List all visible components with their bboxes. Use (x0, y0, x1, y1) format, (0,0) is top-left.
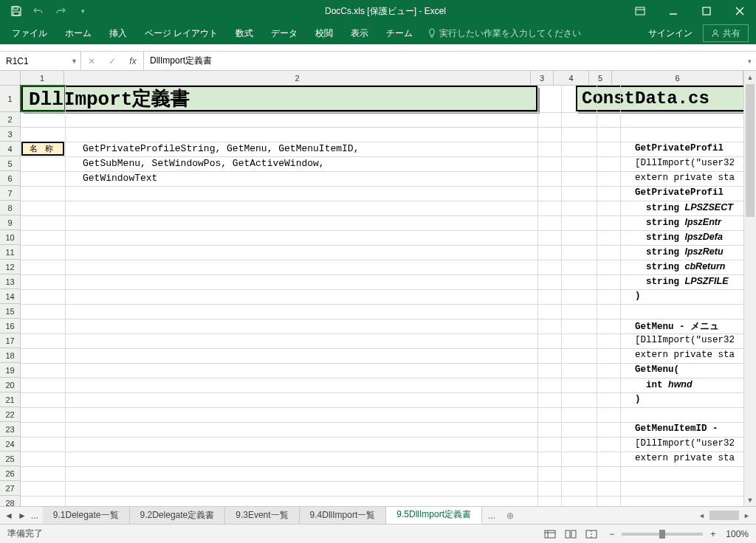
sheet-tab[interactable]: 9.2Delegate定義書 (130, 507, 226, 524)
tab-home[interactable]: ホーム (56, 22, 100, 44)
row-header[interactable]: 13 (0, 274, 20, 289)
zoom-handle[interactable] (659, 530, 665, 539)
scroll-up-icon[interactable]: ▲ (744, 71, 756, 83)
row-header[interactable]: 3 (0, 127, 20, 142)
undo-icon[interactable] (30, 2, 47, 20)
row-header[interactable]: 26 (0, 466, 20, 481)
title-cell-main[interactable]: DllImport定義書 (21, 86, 537, 111)
column-header[interactable]: 1 (21, 71, 64, 85)
row-header[interactable]: 2 (0, 112, 20, 127)
row-header[interactable]: 20 (0, 378, 20, 392)
tab-formulas[interactable]: 数式 (227, 22, 262, 44)
view-normal-icon[interactable] (540, 527, 560, 542)
row-header[interactable]: 16 (0, 319, 20, 333)
formula-input[interactable]: DllImport定義書 ▾ (144, 52, 756, 70)
content-text[interactable]: GetSubMenu, SetWindowPos, GetActiveWindo… (83, 158, 325, 169)
sheet-more-left[interactable]: ... (31, 511, 38, 521)
code-text[interactable]: string lpszDefa (635, 232, 723, 243)
code-text[interactable]: string lpszEntr (635, 217, 721, 228)
code-text[interactable]: int hwnd (635, 379, 693, 390)
code-text[interactable]: GetMenu( (635, 364, 679, 375)
row-header[interactable]: 4 (0, 142, 20, 156)
tell-me-search[interactable]: 実行したい作業を入力してください (427, 22, 581, 44)
tab-team[interactable]: チーム (377, 22, 422, 44)
row-header[interactable]: 17 (0, 333, 20, 348)
sheet-tab[interactable]: 9.4DllImport一覧 (300, 507, 387, 524)
row-header[interactable]: 15 (0, 304, 20, 319)
column-header[interactable]: 6 (612, 71, 743, 85)
row-header[interactable]: 25 (0, 452, 20, 466)
code-text[interactable]: ) (635, 394, 641, 404)
row-header[interactable]: 28 (0, 496, 20, 506)
tab-insert[interactable]: 挿入 (100, 22, 136, 44)
row-header[interactable]: 12 (0, 260, 20, 274)
tab-file[interactable]: ファイル (3, 22, 56, 44)
maximize-icon[interactable] (690, 0, 723, 22)
code-text[interactable]: GetMenuItemID - (635, 423, 718, 434)
save-icon[interactable] (7, 2, 25, 20)
vertical-scrollbar[interactable]: ▲ ▼ (743, 71, 756, 506)
code-text[interactable]: GetMenu - メニュ (635, 320, 719, 333)
row-header[interactable]: 27 (0, 481, 20, 496)
row-header[interactable]: 1 (0, 86, 20, 112)
row-header[interactable]: 14 (0, 289, 20, 304)
column-headers[interactable]: 123456 (21, 71, 743, 86)
qat-dropdown-icon[interactable]: ▾ (74, 2, 92, 20)
scrollbar-thumb[interactable] (746, 84, 755, 217)
select-all-corner[interactable] (0, 71, 21, 86)
ribbon-display-icon[interactable] (623, 0, 656, 22)
column-header[interactable]: 5 (589, 71, 613, 85)
hscroll-thumb[interactable] (709, 511, 739, 520)
hscroll-right-icon[interactable]: ► (740, 512, 753, 519)
sheet-tab[interactable]: 9.5DllImport定義書 (386, 507, 482, 524)
code-text[interactable]: string LPSZSECT (635, 202, 733, 213)
sheet-tab[interactable]: 9.1Delegate一覧 (43, 507, 130, 524)
row-header[interactable]: 19 (0, 363, 20, 378)
code-text[interactable]: string lpszRetu (635, 246, 724, 257)
code-text[interactable]: extern private sta (635, 173, 735, 183)
redo-icon[interactable] (52, 2, 69, 20)
code-text[interactable]: [DllImport("user32 (635, 335, 735, 345)
title-cell-right[interactable]: ConstData.cs (576, 86, 756, 111)
column-header[interactable]: 4 (554, 71, 588, 85)
cells-area[interactable]: DllImport定義書 ConstData.cs 名 称GetPrivateP… (21, 86, 743, 506)
scroll-down-icon[interactable]: ▼ (744, 494, 756, 506)
sheet-first-icon[interactable]: ◄ (4, 511, 13, 521)
row-header[interactable]: 18 (0, 348, 20, 363)
code-text[interactable]: [DllImport("user32 (635, 438, 735, 449)
row-header[interactable]: 11 (0, 245, 20, 260)
row-header[interactable]: 5 (0, 156, 20, 171)
signin-link[interactable]: サインイン (638, 22, 703, 44)
code-text[interactable]: string cbReturn (635, 261, 725, 272)
zoom-in-icon[interactable]: + (710, 529, 715, 539)
content-text[interactable]: GetWindowText (83, 173, 157, 184)
zoom-out-icon[interactable]: − (609, 529, 614, 539)
enter-formula-icon[interactable]: ✓ (102, 56, 123, 66)
sheet-prev-icon[interactable]: ► (18, 511, 27, 521)
sheet-tab[interactable]: 9.3Event一覧 (225, 507, 299, 524)
horizontal-scrollbar[interactable]: ◄ ► (519, 507, 756, 524)
chevron-down-icon[interactable]: ▼ (71, 58, 78, 65)
sheet-more-right[interactable]: ... (482, 507, 501, 524)
close-icon[interactable] (723, 0, 756, 22)
content-text[interactable]: GetPrivateProfileString, GetMenu, GetMen… (83, 143, 359, 154)
code-text[interactable]: extern private sta (635, 350, 735, 360)
tab-review[interactable]: 校閲 (306, 22, 342, 44)
label-name-cell[interactable]: 名 称 (21, 142, 64, 156)
expand-formula-icon[interactable]: ▾ (748, 58, 752, 65)
row-headers[interactable]: 1234567891011121314151617181920212223242… (0, 86, 21, 506)
row-header[interactable]: 7 (0, 186, 20, 201)
tab-view[interactable]: 表示 (342, 22, 377, 44)
column-header[interactable]: 2 (64, 71, 531, 85)
hscroll-left-icon[interactable]: ◄ (695, 512, 708, 519)
zoom-slider[interactable] (622, 533, 703, 536)
row-header[interactable]: 21 (0, 392, 20, 407)
row-header[interactable]: 9 (0, 215, 20, 230)
row-header[interactable]: 6 (0, 171, 20, 186)
tab-pagelayout[interactable]: ページ レイアウト (136, 22, 227, 44)
zoom-level[interactable]: 100% (726, 529, 749, 539)
row-header[interactable]: 8 (0, 201, 20, 215)
view-pagebreak-icon[interactable] (582, 527, 601, 542)
code-text[interactable]: ) (635, 291, 641, 301)
code-text[interactable]: string LPSZFILE (635, 276, 729, 287)
